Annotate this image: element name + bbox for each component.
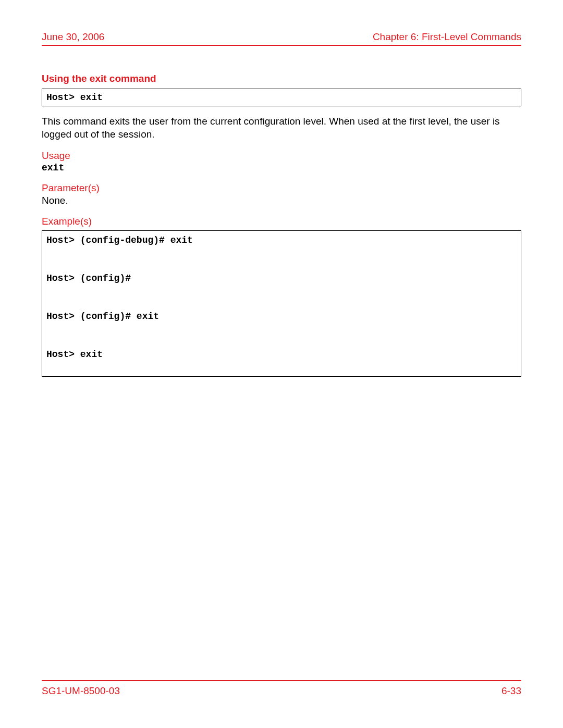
examples-box: Host> (config-debug)# exit Host> (config… <box>42 230 521 377</box>
examples-heading: Example(s) <box>42 216 521 227</box>
header-date: June 30, 2006 <box>42 31 104 43</box>
parameters-value: None. <box>42 195 521 206</box>
usage-heading: Usage <box>42 150 521 162</box>
page-frame: June 30, 2006 Chapter 6: First-Level Com… <box>42 31 521 697</box>
header-chapter: Chapter 6: First-Level Commands <box>373 31 521 43</box>
syntax-box: Host> exit <box>42 89 521 106</box>
footer-docid: SG1-UM-8500-03 <box>42 685 120 697</box>
page-header: June 30, 2006 Chapter 6: First-Level Com… <box>42 31 521 46</box>
page-content: Using the exit command Host> exit This c… <box>42 73 521 377</box>
footer-page-number: 6-33 <box>501 685 521 697</box>
page-footer: SG1-UM-8500-03 6-33 <box>42 680 521 697</box>
section-title: Using the exit command <box>42 73 521 84</box>
parameters-heading: Parameter(s) <box>42 182 521 194</box>
usage-code: exit <box>42 163 521 173</box>
section-description: This command exits the user from the cur… <box>42 115 521 141</box>
